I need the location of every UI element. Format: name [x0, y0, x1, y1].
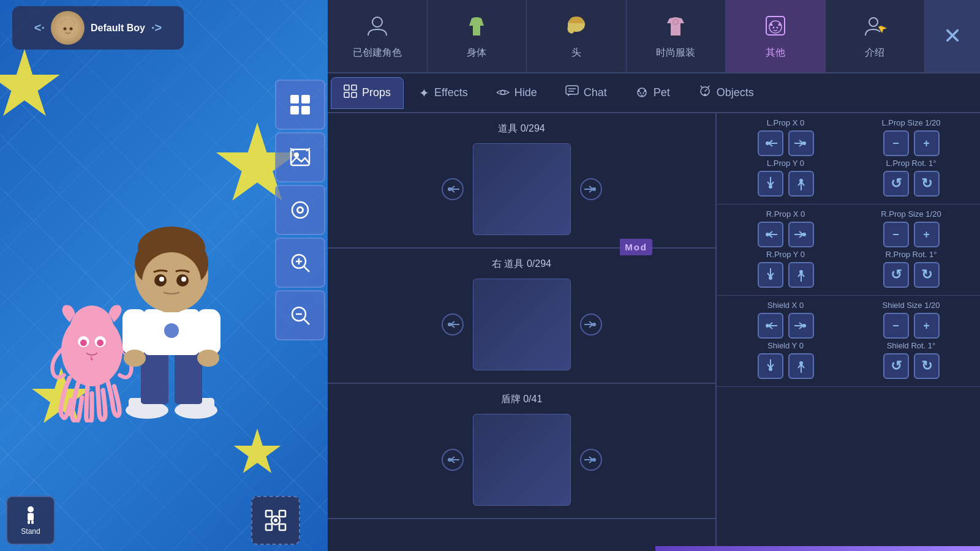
svg-point-74 — [500, 91, 505, 95]
r-prop-rot-buttons: ↺ ↻ — [851, 262, 971, 288]
svg-rect-75 — [566, 86, 578, 94]
body-label: 身体 — [467, 47, 486, 59]
svg-rect-56 — [279, 511, 285, 517]
shield-prev[interactable] — [442, 449, 464, 471]
svg-point-9 — [80, 340, 87, 347]
close-button[interactable]: ✕ — [925, 0, 980, 72]
tab-pet[interactable]: Pet — [622, 77, 683, 109]
l-prop-size-minus-btn[interactable]: − — [883, 130, 909, 156]
left-prop-row: 道具 0/294 — [328, 113, 715, 249]
char-next-button[interactable]: ·> — [151, 21, 162, 35]
sidebar-image-button[interactable] — [275, 132, 325, 182]
svg-rect-58 — [279, 524, 285, 530]
shield-y-buttons — [726, 353, 845, 379]
second-navigation: Props ✦ Effects Hide — [328, 73, 980, 113]
svg-line-50 — [304, 319, 309, 324]
sidebar-eye-button[interactable] — [275, 185, 325, 235]
sidebar-grid-button[interactable] — [275, 80, 325, 130]
left-prop-next[interactable] — [580, 178, 602, 200]
effects-label: Effects — [434, 86, 468, 99]
svg-point-20 — [164, 323, 179, 338]
svg-point-80 — [643, 92, 644, 94]
svg-point-60 — [274, 519, 277, 522]
intro-icon — [862, 13, 887, 43]
r-prop-size-label: R.Prop Size 1/20 — [851, 209, 971, 219]
shield-size-minus-btn[interactable]: − — [883, 313, 909, 339]
shield-x-right-btn[interactable] — [788, 313, 814, 339]
right-prop-preview — [473, 279, 571, 370]
right-panel: 已创建角色 身体 头 — [328, 0, 980, 551]
l-prop-y-buttons — [726, 171, 845, 197]
character-name: Default Boy — [91, 23, 145, 34]
svg-point-4 — [69, 27, 72, 30]
pet-label: Pet — [654, 86, 670, 99]
shield-selector — [328, 414, 715, 512]
shield-y-down-btn[interactable] — [758, 353, 783, 379]
l-prop-x-right-btn[interactable] — [788, 130, 814, 156]
effects-icon: ✦ — [419, 86, 429, 100]
hide-label: Hide — [514, 86, 537, 99]
l-prop-x-left-btn[interactable] — [758, 130, 783, 156]
r-prop-rot-control: R.Prop Rot. 1° ↺ ↻ — [851, 250, 971, 288]
head-icon — [564, 13, 589, 43]
tab-body[interactable]: 身体 — [428, 0, 527, 72]
l-prop-rot-ccw-btn[interactable]: ↺ — [883, 171, 909, 197]
tab-props[interactable]: Props — [331, 77, 404, 109]
shield-bottom-row: Shield Y 0 — [726, 341, 971, 379]
objects-label: Objects — [717, 86, 754, 99]
shield-x-left-btn[interactable] — [758, 313, 783, 339]
r-prop-rot-ccw-btn[interactable]: ↺ — [883, 262, 909, 288]
sidebar-zoom-in-button[interactable] — [275, 238, 325, 288]
character-selector: <· Default Boy ·> — [12, 6, 184, 50]
tab-created-chars[interactable]: 已创建角色 — [328, 0, 428, 72]
shield-top-row: Shield X 0 — [726, 301, 971, 339]
r-prop-rot-cw-btn[interactable]: ↻ — [914, 262, 940, 288]
shield-size-control: Shield Size 1/20 − + — [851, 301, 971, 339]
r-prop-y-buttons — [726, 262, 845, 288]
shield-controls: Shield X 0 — [717, 296, 980, 387]
svg-rect-71 — [352, 85, 356, 90]
tab-effects[interactable]: ✦ Effects — [406, 77, 481, 109]
shield-rot-cw-btn[interactable]: ↻ — [914, 353, 940, 379]
focus-button[interactable] — [251, 496, 300, 545]
svg-rect-35 — [290, 95, 299, 103]
left-prop-prev[interactable] — [442, 178, 464, 200]
shield-x-control: Shield X 0 — [726, 301, 845, 339]
shield-x-label: Shield X 0 — [726, 301, 845, 310]
tab-other[interactable]: 其他 — [726, 0, 826, 72]
r-prop-y-down-btn[interactable] — [758, 262, 783, 288]
boy-figure — [110, 214, 233, 422]
l-prop-size-plus-btn[interactable]: + — [914, 130, 940, 156]
shield-size-plus-btn[interactable]: + — [914, 313, 940, 339]
tab-head[interactable]: 头 — [527, 0, 627, 72]
shield-rot-ccw-btn[interactable]: ↺ — [883, 353, 909, 379]
svg-rect-55 — [266, 511, 272, 517]
other-icon — [763, 13, 788, 43]
stand-button[interactable]: Stand — [6, 496, 55, 545]
r-prop-size-minus-btn[interactable]: − — [883, 222, 909, 247]
tab-intro[interactable]: 介绍 — [826, 0, 925, 72]
svg-point-67 — [776, 26, 778, 28]
left-prop-selector — [328, 143, 715, 241]
tab-fashion[interactable]: 时尚服装 — [627, 0, 726, 72]
l-prop-y-up-btn[interactable] — [788, 171, 814, 197]
r-prop-x-right-btn[interactable] — [788, 222, 814, 247]
r-prop-size-plus-btn[interactable]: + — [914, 222, 940, 247]
l-prop-rot-cw-btn[interactable]: ↻ — [914, 171, 940, 197]
right-prop-prev[interactable] — [442, 313, 464, 335]
tab-objects[interactable]: Objects — [685, 77, 767, 109]
right-prop-next[interactable] — [580, 313, 602, 335]
r-prop-x-left-btn[interactable] — [758, 222, 783, 247]
tab-chat[interactable]: Chat — [552, 77, 620, 109]
char-prev-button[interactable]: <· — [34, 21, 45, 35]
r-prop-y-up-btn[interactable] — [788, 262, 814, 288]
shield-next[interactable] — [580, 449, 602, 471]
tab-hide[interactable]: Hide — [483, 77, 550, 109]
r-prop-controls: R.Prop X 0 — [717, 204, 980, 296]
hide-icon — [496, 86, 510, 100]
shield-y-up-btn[interactable] — [788, 353, 814, 379]
svg-point-79 — [639, 92, 641, 94]
sidebar-zoom-out-button[interactable] — [275, 290, 325, 340]
r-prop-y-label: R.Prop Y 0 — [726, 250, 845, 259]
l-prop-y-down-btn[interactable] — [758, 171, 783, 197]
